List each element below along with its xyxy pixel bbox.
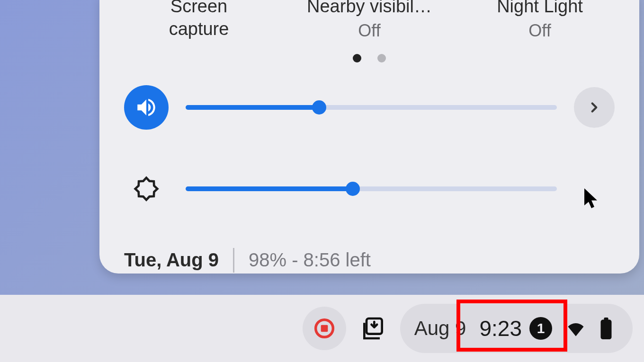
status-area[interactable]: Aug 9 9:23 1 xyxy=(400,304,633,353)
volume-icon[interactable] xyxy=(124,85,169,130)
tile-label-line2: capture xyxy=(128,18,270,41)
tile-status: Off xyxy=(469,21,611,41)
quick-settings-panel: Screen capture Nearby visibil… Off Night… xyxy=(99,0,639,274)
downloads-tray-button[interactable] xyxy=(357,315,390,342)
chevron-right-icon xyxy=(586,99,602,115)
volume-slider[interactable] xyxy=(186,105,557,110)
notification-count-badge: 1 xyxy=(529,317,552,340)
brightness-icon xyxy=(124,167,169,211)
tile-label: Screen xyxy=(128,0,270,18)
footer-divider xyxy=(233,248,234,273)
svg-rect-5 xyxy=(604,318,608,321)
panel-battery-text: 98% - 8:56 left xyxy=(249,249,371,271)
stop-record-icon xyxy=(314,318,335,339)
wifi-icon xyxy=(565,318,586,339)
brightness-slider-thumb[interactable] xyxy=(346,182,360,196)
page-dot-active xyxy=(353,54,361,62)
tile-nearby-visibility[interactable]: Nearby visibil… Off xyxy=(298,0,440,41)
page-dot-inactive xyxy=(377,54,386,62)
audio-settings-button[interactable] xyxy=(574,87,615,128)
brightness-slider[interactable] xyxy=(186,186,557,191)
volume-row xyxy=(114,85,625,130)
shelf-time: 9:23 xyxy=(479,316,522,341)
shelf: Aug 9 9:23 1 xyxy=(0,295,644,362)
svg-rect-4 xyxy=(601,320,612,339)
shelf-date: Aug 9 xyxy=(414,317,466,340)
downloads-icon xyxy=(360,315,386,342)
volume-slider-thumb[interactable] xyxy=(312,100,326,115)
brightness-slider-fill xyxy=(186,186,353,191)
tile-night-light[interactable]: Night Light Off xyxy=(469,0,611,41)
panel-date: Tue, Aug 9 xyxy=(124,249,219,271)
brightness-row xyxy=(114,167,625,211)
battery-icon xyxy=(599,318,613,339)
volume-slider-fill xyxy=(186,105,319,110)
tile-status: Off xyxy=(298,21,440,41)
page-indicator[interactable] xyxy=(114,54,625,62)
tile-label: Night Light xyxy=(469,0,611,18)
svg-marker-0 xyxy=(135,177,158,200)
quick-tiles-row: Screen capture Nearby visibil… Off Night… xyxy=(114,0,625,41)
tile-screen-capture[interactable]: Screen capture xyxy=(128,0,270,41)
svg-rect-2 xyxy=(321,325,328,332)
stop-recording-button[interactable] xyxy=(303,307,346,350)
panel-footer: Tue, Aug 9 98% - 8:56 left xyxy=(114,248,625,273)
tile-label: Nearby visibil… xyxy=(298,0,440,18)
